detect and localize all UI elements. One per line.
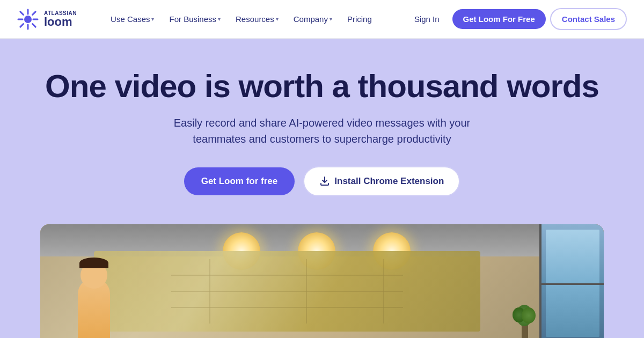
install-extension-button[interactable]: Install Chrome Extension	[303, 166, 460, 196]
hero-section: One video is worth a thousand words Easi…	[0, 39, 644, 338]
get-loom-nav-button[interactable]: Get Loom For Free	[452, 9, 546, 29]
nav-actions: Sign In Get Loom For Free Contact Sales	[406, 8, 627, 30]
svg-point-0	[24, 16, 32, 23]
svg-line-7	[32, 11, 35, 14]
video-scene	[40, 224, 604, 338]
download-icon	[319, 176, 330, 187]
nav-company[interactable]: Company ▾	[287, 10, 339, 28]
navbar: ATLASSIAN loom Use Cases ▾ For Business …	[0, 0, 644, 39]
hero-subtitle: Easily record and share AI-powered video…	[156, 115, 488, 147]
chevron-down-icon: ▾	[218, 16, 221, 22]
window-right	[539, 224, 604, 338]
svg-line-8	[20, 24, 24, 27]
hero-buttons: Get Loom for free Install Chrome Extensi…	[17, 166, 627, 196]
loom-label: loom	[44, 16, 77, 28]
nav-for-business[interactable]: For Business ▾	[163, 10, 227, 28]
hero-title: One video is worth a thousand words	[17, 69, 627, 104]
loom-logo-icon	[17, 9, 39, 30]
get-loom-hero-button[interactable]: Get Loom for free	[184, 167, 295, 195]
scene-map	[94, 251, 480, 332]
sign-in-button[interactable]: Sign In	[406, 10, 448, 28]
chevron-down-icon: ▾	[330, 16, 332, 22]
person-figure	[70, 256, 118, 338]
chevron-down-icon: ▾	[151, 16, 154, 22]
nav-pricing[interactable]: Pricing	[341, 10, 378, 28]
svg-line-5	[20, 11, 24, 14]
nav-resources[interactable]: Resources ▾	[229, 10, 285, 28]
logo-text: ATLASSIAN loom	[44, 11, 77, 28]
map-lines	[94, 251, 480, 332]
logo[interactable]: ATLASSIAN loom	[17, 9, 77, 30]
svg-line-6	[32, 24, 35, 27]
nav-use-cases[interactable]: Use Cases ▾	[104, 10, 160, 28]
nav-links: Use Cases ▾ For Business ▾ Resources ▾ C…	[104, 10, 378, 28]
video-preview[interactable]	[40, 224, 604, 338]
contact-sales-button[interactable]: Contact Sales	[550, 8, 627, 30]
chevron-down-icon: ▾	[276, 16, 279, 22]
plant	[515, 305, 534, 338]
